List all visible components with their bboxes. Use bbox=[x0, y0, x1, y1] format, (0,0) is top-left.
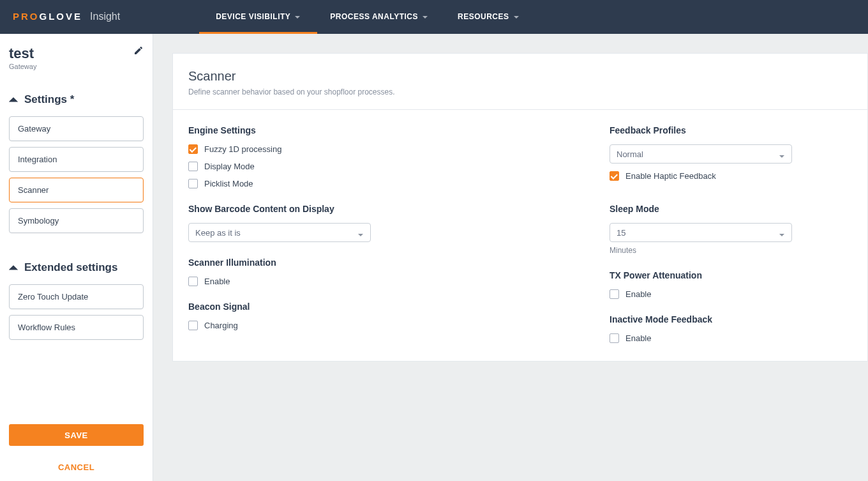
checkbox-label: Display Mode bbox=[204, 162, 255, 171]
sidebar: test Gateway Settings * Gateway Integrat… bbox=[0, 34, 153, 481]
checkbox-label: Fuzzy 1D processing bbox=[204, 144, 281, 154]
nav-label: PROCESS ANALYTICS bbox=[330, 12, 418, 21]
sleep-mode-select[interactable]: 15 bbox=[610, 223, 792, 242]
chevron-down-icon bbox=[513, 13, 520, 20]
select-value: Normal bbox=[617, 149, 643, 159]
checkbox-icon bbox=[610, 171, 619, 181]
main: Scanner Define scanner behavior based on… bbox=[153, 34, 868, 481]
sidebar-item-gateway[interactable]: Gateway bbox=[9, 116, 144, 141]
section-extended-label: Extended settings bbox=[24, 261, 117, 274]
section-extended-toggle[interactable]: Extended settings bbox=[9, 261, 144, 274]
checkbox-icon bbox=[610, 333, 619, 343]
save-button[interactable]: SAVE bbox=[9, 424, 144, 446]
engine-settings-title: Engine Settings bbox=[188, 125, 584, 135]
checkbox-label: Enable Haptic Feedback bbox=[625, 171, 716, 181]
checkbox-label: Charging bbox=[204, 321, 238, 330]
checkbox-icon bbox=[188, 277, 198, 286]
nav-device-visibility[interactable]: DEVICE VISIBILITY bbox=[216, 0, 301, 34]
sidebar-item-symbology[interactable]: Symbology bbox=[9, 208, 144, 233]
checkbox-display-mode[interactable]: Display Mode bbox=[188, 162, 584, 171]
chevron-down-icon bbox=[294, 13, 301, 20]
checkbox-label: Picklist Mode bbox=[204, 179, 253, 188]
checkbox-icon bbox=[188, 179, 198, 188]
chevron-down-icon bbox=[422, 13, 428, 20]
top-nav: DEVICE VISIBILITY PROCESS ANALYTICS RESO… bbox=[216, 0, 519, 34]
checkbox-picklist-mode[interactable]: Picklist Mode bbox=[188, 179, 584, 188]
checkbox-icon bbox=[188, 162, 198, 171]
sleep-unit: Minutes bbox=[610, 246, 852, 255]
nav-resources[interactable]: RESOURCES bbox=[458, 0, 520, 34]
sleep-title: Sleep Mode bbox=[610, 204, 852, 214]
checkbox-label: Enable bbox=[204, 277, 230, 286]
sidebar-item-scanner[interactable]: Scanner bbox=[9, 178, 144, 202]
beacon-title: Beacon Signal bbox=[188, 302, 584, 312]
checkbox-label: Enable bbox=[625, 333, 651, 343]
checkbox-fuzzy-1d[interactable]: Fuzzy 1D processing bbox=[188, 144, 584, 154]
nav-label: DEVICE VISIBILITY bbox=[216, 12, 290, 21]
sidebar-subtitle: Gateway bbox=[9, 63, 36, 70]
checkbox-inactive-enable[interactable]: Enable bbox=[610, 333, 852, 343]
sidebar-title: test bbox=[9, 45, 36, 62]
nav-label: RESOURCES bbox=[458, 12, 509, 21]
select-value: 15 bbox=[617, 228, 625, 238]
checkbox-label: Enable bbox=[625, 289, 651, 299]
checkbox-illumination-enable[interactable]: Enable bbox=[188, 277, 584, 286]
inactive-title: Inactive Mode Feedback bbox=[610, 314, 852, 324]
edit-icon[interactable] bbox=[133, 45, 144, 56]
nav-process-analytics[interactable]: PROCESS ANALYTICS bbox=[330, 0, 428, 34]
chevron-up-icon bbox=[9, 95, 18, 104]
barcode-display-select[interactable]: Keep as it is bbox=[188, 223, 371, 242]
checkbox-beacon-charging[interactable]: Charging bbox=[188, 321, 584, 330]
panel-desc: Define scanner behavior based on your sh… bbox=[188, 88, 852, 96]
txpower-title: TX Power Attenuation bbox=[610, 270, 852, 280]
sidebar-item-zerotouch[interactable]: Zero Touch Update bbox=[9, 284, 144, 309]
select-value: Keep as it is bbox=[195, 228, 241, 238]
checkbox-icon bbox=[188, 321, 198, 330]
cancel-button[interactable]: CANCEL bbox=[58, 462, 94, 472]
section-settings-toggle[interactable]: Settings * bbox=[9, 93, 144, 106]
logo: PROGLOVE Insight bbox=[13, 11, 120, 22]
checkbox-haptic-feedback[interactable]: Enable Haptic Feedback bbox=[610, 171, 852, 181]
logo-product: Insight bbox=[90, 11, 120, 22]
chevron-down-icon bbox=[779, 151, 785, 157]
barcode-display-title: Show Barcode Content on Display bbox=[188, 204, 584, 214]
illumination-title: Scanner Illumination bbox=[188, 257, 584, 268]
chevron-down-icon bbox=[779, 229, 785, 236]
panel-title: Scanner bbox=[188, 69, 852, 84]
topbar: PROGLOVE Insight DEVICE VISIBILITY PROCE… bbox=[0, 0, 868, 34]
logo-glove: GLOVE bbox=[40, 11, 83, 22]
feedback-profile-select[interactable]: Normal bbox=[610, 144, 792, 164]
feedback-title: Feedback Profiles bbox=[610, 125, 852, 135]
chevron-down-icon bbox=[357, 229, 364, 236]
chevron-up-icon bbox=[9, 263, 18, 272]
checkbox-icon bbox=[610, 289, 619, 299]
checkbox-txpower-enable[interactable]: Enable bbox=[610, 289, 852, 299]
sidebar-item-workflow[interactable]: Workflow Rules bbox=[9, 315, 144, 340]
checkbox-icon bbox=[188, 144, 198, 154]
sidebar-item-integration[interactable]: Integration bbox=[9, 147, 144, 172]
logo-pro: PRO bbox=[13, 11, 40, 22]
scanner-panel: Scanner Define scanner behavior based on… bbox=[172, 53, 868, 362]
section-settings-label: Settings * bbox=[24, 93, 74, 106]
